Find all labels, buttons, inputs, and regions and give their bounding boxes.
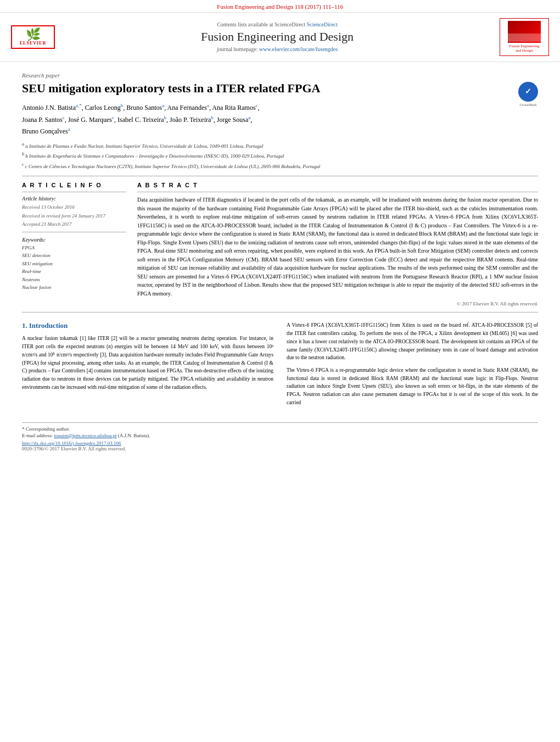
- elsevier-label: ELSEVIER: [15, 41, 51, 46]
- accepted-date: Accepted 21 March 2017: [22, 221, 126, 228]
- article-info-header: A R T I C L E I N F O: [22, 182, 126, 188]
- ramos-super: c: [256, 103, 258, 108]
- author-batista: Antonio J.N. Batista: [22, 104, 76, 111]
- revised-date: Received in revised form 24 January 2017: [22, 213, 126, 220]
- authors-section: Antonio J.N. Batistaa,*, Carlos Leongb, …: [22, 102, 538, 137]
- batista-super: a,*: [76, 103, 82, 108]
- affiliations-section: a a Instituto de Plasmas e Fusão Nuclear…: [22, 141, 538, 171]
- keyword-fusion: Nuclear fusion: [22, 283, 126, 291]
- body-left-col: 1. Introduction A nuclear fusion tokamak…: [22, 321, 273, 411]
- author-leong: Carlos Leong: [85, 104, 121, 111]
- author-teixeira-j: João P. Teixeira: [170, 116, 211, 124]
- author-goncalves: Bruno Gonçalves: [22, 127, 68, 135]
- copyright-line: © 2017 Elsevier B.V. All rights reserved…: [137, 301, 538, 306]
- leong-super: b: [121, 103, 124, 108]
- marques-super: c: [112, 115, 114, 120]
- keyword-fpga: FPGA: [22, 244, 126, 252]
- main-content: Research paper ✓ CrossMark SEU mitigatio…: [0, 62, 560, 457]
- sciencedirect-link[interactable]: ScienceDirect: [307, 21, 338, 27]
- elsevier-logo: 🌿 ELSEVIER: [11, 25, 55, 49]
- author-sousa: Jorge Sousa: [217, 116, 248, 124]
- body-two-col: 1. Introduction A nuclear fusion tokamak…: [22, 321, 538, 411]
- divider-1: [22, 176, 538, 176]
- keywords-list: FPGA SEU detection SEU mitigation Real-t…: [22, 244, 126, 291]
- teixeirai-super: b: [164, 115, 167, 120]
- author-teixeira-i: Isabel C. Teixeira: [117, 116, 164, 124]
- author-ramos: Ana Rita Ramos: [212, 104, 255, 111]
- intro-paragraph-2: A Virtex-6 FPGA (XC6VLX365T-1FFG1156C) f…: [287, 321, 538, 362]
- journal-logo-box: Fusion Engineeringand Design: [500, 18, 549, 56]
- history-label: Article history:: [22, 196, 126, 202]
- body-right-col: A Virtex-6 FPGA (XC6VLX365T-1FFG1156C) f…: [287, 321, 538, 411]
- journal-homepage: journal homepage: www.elsevier.com/locat…: [66, 46, 489, 52]
- abstract-text: Data acquisition hardware of ITER diagno…: [137, 196, 538, 298]
- santosj-super: c: [63, 115, 65, 120]
- paper-title: SEU mitigation exploratory tests in a IT…: [22, 81, 538, 97]
- doi-line: http://dx.doi.org/10.1016/j.fusengdes.20…: [22, 440, 538, 446]
- santosb-super: a: [162, 103, 164, 108]
- teixeiraj-super: b: [211, 115, 214, 120]
- divider-2: [22, 312, 538, 313]
- homepage-link[interactable]: www.elsevier.com/locate/fusengdes: [259, 46, 338, 52]
- crossmark-icon: ✓: [518, 82, 538, 102]
- article-info-col: A R T I C L E I N F O Article history: R…: [22, 182, 126, 306]
- author-marques: José G. Marques: [68, 116, 112, 124]
- keywords-label: Keywords:: [22, 237, 126, 243]
- keyword-seu-detect: SEU detection: [22, 252, 126, 259]
- intro-title-row: 1. Introduction: [22, 321, 273, 330]
- corresponding-label: * Corresponding author.: [22, 426, 538, 432]
- goncalves-super: a: [68, 126, 70, 132]
- sousa-super: a: [248, 115, 250, 120]
- journal-logo-inner: Fusion Engineeringand Design: [500, 18, 549, 56]
- journal-name: Fusion Engineering and Design: [66, 30, 489, 44]
- affil-a: a a Instituto de Plasmas e Fusão Nuclear…: [22, 141, 538, 150]
- intro-paragraph-3: The Virtex-6 FPGA is a re-programmable l…: [287, 366, 538, 407]
- journal-title-center: Contents lists available at ScienceDirec…: [66, 21, 489, 52]
- research-paper-label: Research paper: [22, 68, 538, 79]
- intro-section-number: 1.: [22, 321, 27, 330]
- crossmark-logo: ✓ CrossMark: [518, 82, 538, 107]
- article-abstract-section: A R T I C L E I N F O Article history: R…: [22, 182, 538, 306]
- keyword-seu-mitig: SEU mitigation: [22, 260, 126, 267]
- keyword-realtime: Real-time: [22, 267, 126, 275]
- keywords-section: Keywords: FPGA SEU detection SEU mitigat…: [22, 237, 126, 291]
- email-line: E-mail address: toquim@ipfn.tecnico.ulis…: [22, 433, 538, 438]
- email-link[interactable]: toquim@ipfn.tecnico.ulisboa.pt: [54, 433, 116, 438]
- contents-line: Contents lists available at ScienceDirec…: [66, 21, 489, 27]
- fernandes-super: a: [207, 103, 209, 108]
- title-section: ✓ CrossMark SEU mitigation exploratory t…: [22, 81, 538, 97]
- journal-ref-text: Fusion Engineering and Design 118 (2017)…: [217, 3, 343, 10]
- author-fernandes: Ana Fernandes: [167, 104, 207, 111]
- keyword-neutrons: Neutrons: [22, 276, 126, 283]
- affil-c: c c Centro de Ciências e Tecnologias Nuc…: [22, 161, 538, 171]
- author-santos-j: Joana P. Santos: [22, 116, 63, 124]
- abstract-col: A B S T R A C T Data acquisition hardwar…: [137, 182, 538, 306]
- intro-section-title: Introduction: [29, 321, 68, 330]
- issn-line: 0920-3796/© 2017 Elsevier B.V. All right…: [22, 446, 538, 451]
- body-section: 1. Introduction A nuclear fusion tokamak…: [22, 321, 538, 411]
- abstract-header: A B S T R A C T: [137, 182, 538, 188]
- doi-link[interactable]: http://dx.doi.org/10.1016/j.fusengdes.20…: [22, 440, 121, 446]
- received-date: Received 13 October 2016: [22, 204, 126, 211]
- footnotes-section: * Corresponding author. E-mail address: …: [22, 422, 538, 451]
- journal-header: 🌿 ELSEVIER Contents lists available at S…: [0, 13, 560, 62]
- author-santos-b: Bruno Santos: [126, 104, 162, 111]
- journal-reference-bar: Fusion Engineering and Design 118 (2017)…: [0, 0, 560, 13]
- affil-b: b b Instituto de Engenharia de Sistemas …: [22, 151, 538, 160]
- intro-paragraph-1: A nuclear fusion tokamak [1] like ITER […: [22, 334, 273, 391]
